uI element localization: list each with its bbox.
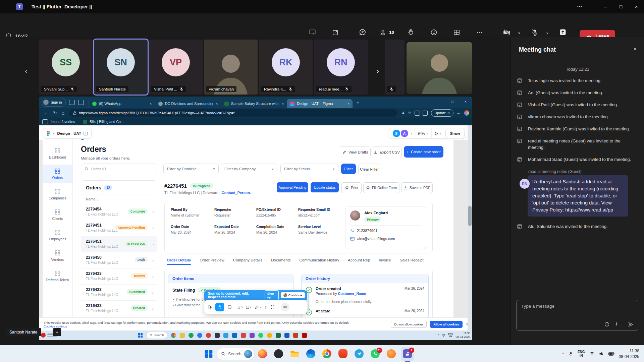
- detail-tab[interactable]: Company Details: [233, 258, 263, 265]
- name-column-header[interactable]: Name: [86, 197, 95, 201]
- resources-tool-icon[interactable]: [270, 305, 275, 309]
- move-tool-icon[interactable]: [208, 305, 212, 309]
- shared-language-indicator[interactable]: ENGIN: [448, 333, 453, 338]
- shared-start-icon[interactable]: [138, 333, 143, 338]
- zoom-select[interactable]: 94% ∨: [415, 128, 432, 138]
- avatars-chevron[interactable]: ∨: [411, 132, 413, 135]
- collections-icon[interactable]: [423, 111, 428, 116]
- save-as-pdf-button[interactable]: Save as PDF: [401, 182, 433, 193]
- detail-tab[interactable]: Documents: [271, 258, 290, 265]
- browser-minimize[interactable]: –: [432, 97, 445, 107]
- pinned-app-icon[interactable]: [302, 333, 307, 338]
- browser-update-button[interactable]: Update ↻: [431, 109, 453, 117]
- frame-tool-icon[interactable]: #∨: [238, 305, 243, 310]
- home-icon[interactable]: ⌂: [62, 110, 64, 116]
- contact-phone[interactable]: 2123874901: [357, 229, 377, 233]
- text-tool-icon[interactable]: T: [265, 305, 267, 310]
- signup-button[interactable]: Sign up: [265, 290, 279, 300]
- figma-doc-pill[interactable]: ∨ Design - UAT: [43, 128, 92, 139]
- filter-company-select[interactable]: Filter by Company∨: [221, 164, 277, 174]
- collaborator-avatar[interactable]: S: [392, 129, 400, 137]
- tray-chevron-icon[interactable]: ^: [438, 334, 439, 337]
- firefox-icon[interactable]: [256, 347, 269, 361]
- presenter-add-button[interactable]: +: [53, 328, 61, 336]
- sidebar-item[interactable]: Vendors: [43, 246, 72, 265]
- deny-cookies-button[interactable]: Do not allow cookies: [391, 321, 427, 328]
- volume-icon[interactable]: [599, 352, 604, 356]
- teams-icon[interactable]: 1: [401, 347, 414, 361]
- pinned-app-icon[interactable]: [267, 333, 272, 338]
- tray-mic-icon[interactable]: [569, 352, 573, 356]
- sidebar-item[interactable]: Clients: [43, 205, 72, 224]
- window-more-icon[interactable]: •••: [572, 0, 588, 13]
- pinned-app-icon[interactable]: [232, 333, 237, 338]
- tab-close-icon[interactable]: ×: [216, 102, 218, 106]
- close-button[interactable]: ×: [629, 0, 644, 13]
- detail-tab[interactable]: Order Details: [167, 258, 191, 265]
- chat-close-icon[interactable]: ×: [634, 46, 637, 52]
- export-csv-button[interactable]: Export CSV: [372, 146, 402, 158]
- pen-tool-icon[interactable]: ∨: [255, 305, 262, 309]
- contact-person-link[interactable]: Contact_Person.: [222, 191, 251, 195]
- split-screen-icon[interactable]: [415, 111, 420, 116]
- comment-tool-icon[interactable]: [227, 305, 232, 309]
- pinned-app-icon[interactable]: [293, 333, 298, 338]
- pinned-app-icon[interactable]: [250, 333, 255, 338]
- pinned-app-icon[interactable]: [189, 333, 194, 338]
- pinned-app-icon[interactable]: [171, 333, 176, 338]
- detail-tab[interactable]: Order Preview: [200, 258, 224, 265]
- hand-tool-icon[interactable]: [215, 303, 224, 311]
- detail-tab[interactable]: Sales Receipt: [400, 258, 424, 265]
- new-tab-button[interactable]: +: [357, 100, 360, 105]
- figma-share-button[interactable]: Share: [445, 129, 465, 138]
- detail-tab[interactable]: Invoice: [379, 258, 391, 265]
- attach-plus-icon[interactable]: +: [614, 321, 618, 328]
- whatsapp-icon[interactable]: 81: [369, 347, 382, 361]
- order-row[interactable]: 2276433 TL Flex Holdings LLC Review ›: [81, 268, 157, 284]
- browser-tab[interactable]: (6) WhatsApp ×: [89, 99, 155, 108]
- dev-mode-icon[interactable]: </>: [281, 303, 289, 311]
- battery-icon[interactable]: [608, 352, 614, 356]
- emoji-icon[interactable]: [604, 321, 610, 327]
- shared-clock[interactable]: 11:38 08-04-2025: [456, 331, 470, 339]
- browser-scrollbar[interactable]: [468, 125, 472, 330]
- sidebar-item[interactable]: Employees: [43, 226, 72, 245]
- spotlight-photo-tile[interactable]: [407, 42, 472, 94]
- filter-status-select[interactable]: Filter by Status∨: [280, 164, 338, 174]
- chat-input[interactable]: Type a message +: [516, 300, 638, 331]
- sidebar-item[interactable]: Companies: [43, 185, 72, 204]
- clear-filter-button[interactable]: Clear Filter: [358, 164, 380, 175]
- settings-more-icon[interactable]: •••: [457, 112, 461, 114]
- mic-options-chevron[interactable]: ∨: [546, 31, 549, 35]
- order-row[interactable]: 2276433 TL Flex Holdings LLC Submitted ›: [81, 284, 157, 300]
- shape-tool-icon[interactable]: □∨: [246, 305, 252, 310]
- wifi-icon[interactable]: [589, 352, 595, 356]
- url-field[interactable]: https://www.figma.com/design/9BKQ0FOHRWa…: [69, 109, 397, 117]
- create-order-button[interactable]: + Create new order: [404, 146, 443, 158]
- participant-tile[interactable]: RK Ravindra K...: [259, 40, 313, 95]
- pinned-app-icon[interactable]: [180, 333, 185, 338]
- participant-tile[interactable]: RN read.ai mee...: [314, 40, 368, 95]
- order-id-search[interactable]: Order ID: [81, 164, 157, 174]
- order-row[interactable]: 2216433 TL Flex Holdings LLC Created ›: [81, 300, 157, 316]
- browser-tab[interactable]: DC Divisions and Surroundings ×: [155, 99, 221, 108]
- filter-domicile-select[interactable]: Filter by Domicile∨: [163, 164, 219, 174]
- copilot-icon[interactable]: [464, 110, 469, 116]
- shared-search-box[interactable]: Search: [146, 332, 167, 339]
- google-continue-button[interactable]: Continue: [281, 292, 305, 298]
- import-favorites-label[interactable]: Import favorites: [51, 120, 75, 124]
- allow-cookies-button[interactable]: Allow all cookies: [430, 321, 463, 328]
- back-icon[interactable]: ←: [44, 110, 48, 116]
- browser-close[interactable]: ×: [459, 97, 472, 107]
- language-indicator[interactable]: ENG IN: [578, 350, 585, 358]
- pinned-app-icon[interactable]: [276, 333, 281, 338]
- pinned-app-icon[interactable]: [241, 333, 246, 338]
- cookie-settings-link[interactable]: Cookies settings: [44, 324, 67, 328]
- vertical-tabs-icon[interactable]: [78, 100, 84, 105]
- tab-close-icon[interactable]: ×: [282, 102, 284, 106]
- chrome-beta-icon[interactable]: [385, 347, 398, 361]
- maximize-button[interactable]: □: [613, 0, 629, 13]
- participant-tile-overflow[interactable]: [385, 40, 405, 95]
- camera-options-chevron[interactable]: ∨: [518, 31, 521, 35]
- present-button[interactable]: ∨: [432, 128, 444, 138]
